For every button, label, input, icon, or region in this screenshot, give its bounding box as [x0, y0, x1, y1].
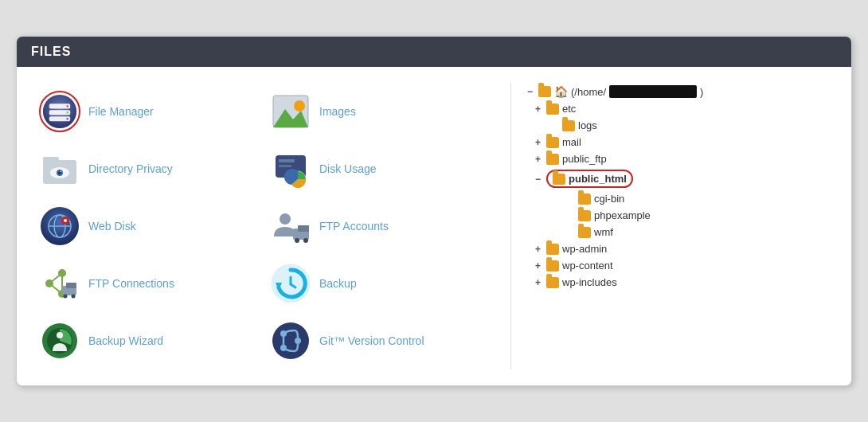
mail-expand[interactable]: +	[535, 137, 543, 148]
menu-item-file-manager[interactable]: File Manager	[33, 83, 264, 140]
wmf-folder-icon	[578, 227, 591, 238]
ftp-connections-icon-wrap	[39, 263, 80, 304]
root-folder-icon	[538, 86, 551, 97]
home-icon: 🏠	[554, 85, 568, 98]
masked-username	[609, 85, 697, 98]
etc-expand[interactable]: +	[535, 104, 543, 115]
backup-icon-wrap	[270, 263, 311, 304]
tree-public-html[interactable]: − public_html	[535, 167, 835, 190]
svg-rect-28	[298, 225, 309, 232]
images-icon-wrap	[270, 91, 311, 132]
cgi-bin-expand	[567, 193, 575, 205]
tree-phpexample[interactable]: phpexample	[567, 207, 835, 224]
tree-logs[interactable]: logs	[551, 117, 835, 134]
web-disk-icon	[40, 206, 80, 246]
logs-expand	[551, 120, 559, 131]
wmf-expand	[567, 227, 575, 238]
svg-line-35	[49, 283, 62, 294]
images-label: Images	[319, 104, 356, 119]
tree-wmf[interactable]: wmf	[567, 224, 835, 240]
root-label: (/home/	[571, 86, 606, 98]
svg-point-39	[64, 295, 68, 299]
menu-item-web-disk[interactable]: Web Disk	[33, 197, 264, 255]
wp-admin-expand[interactable]: +	[535, 244, 543, 255]
backup-icon	[271, 264, 311, 303]
backup-label: Backup	[319, 276, 357, 291]
phpexample-expand	[567, 210, 575, 221]
menu-item-disk-usage[interactable]: Disk Usage	[264, 140, 495, 197]
file-manager-icon	[42, 92, 77, 131]
directory-privacy-icon-wrap	[39, 148, 80, 190]
menu-item-backup[interactable]: Backup	[264, 255, 495, 312]
menu-item-ftp-accounts[interactable]: FTP Accounts	[264, 197, 495, 255]
ftp-accounts-icon	[271, 206, 311, 246]
wp-includes-folder-icon	[546, 277, 559, 288]
logs-folder-icon	[562, 120, 575, 131]
cgi-bin-label: cgi-bin	[594, 193, 624, 205]
web-disk-icon-wrap	[39, 205, 80, 247]
svg-point-15	[61, 171, 62, 173]
tree-public-ftp[interactable]: + public_ftp	[535, 150, 835, 167]
mail-folder-icon	[546, 137, 559, 148]
wp-content-label: wp-content	[562, 260, 613, 272]
svg-point-30	[303, 238, 308, 243]
tree-wp-includes[interactable]: + wp-includes	[535, 274, 835, 291]
wp-content-folder-icon	[546, 260, 559, 272]
ftp-connections-label: FTP Connections	[88, 276, 174, 291]
wp-includes-expand[interactable]: +	[535, 277, 543, 288]
menu-item-git[interactable]: Git™ Version Control	[264, 312, 495, 369]
file-manager-icon-wrap	[39, 91, 80, 132]
etc-label: etc	[562, 103, 576, 115]
disk-usage-label: Disk Usage	[319, 162, 377, 176]
cgi-bin-folder-icon	[578, 193, 591, 205]
svg-point-6	[66, 118, 68, 120]
backup-wizard-label: Backup Wizard	[88, 334, 163, 348]
ftp-accounts-icon-wrap	[270, 205, 311, 247]
git-label: Git™ Version Control	[319, 334, 424, 348]
svg-point-29	[295, 238, 299, 243]
tree-wp-content[interactable]: + wp-content	[535, 257, 835, 274]
menu-item-images[interactable]: Images	[264, 83, 495, 140]
menu-item-directory-privacy[interactable]: Directory Privacy	[33, 140, 264, 197]
root-expand[interactable]: −	[527, 86, 535, 97]
backup-wizard-icon	[40, 321, 80, 361]
public-ftp-folder-icon	[546, 154, 559, 165]
svg-point-51	[295, 338, 301, 344]
svg-line-34	[49, 273, 62, 283]
ftp-connections-icon	[40, 264, 80, 303]
public-html-label: public_html	[569, 173, 627, 185]
git-icon	[271, 321, 311, 361]
files-panel: FILES	[16, 36, 852, 386]
wmf-label: wmf	[594, 226, 613, 238]
public-ftp-expand[interactable]: +	[535, 154, 543, 165]
panel-title: FILES	[31, 45, 71, 58]
public-html-folder-icon	[553, 174, 565, 185]
ftp-accounts-label: FTP Accounts	[319, 219, 389, 233]
directory-privacy-label: Directory Privacy	[88, 162, 173, 176]
public-html-expand[interactable]: −	[535, 174, 543, 185]
tree-mail[interactable]: + mail	[535, 134, 835, 150]
public-html-highlight: public_html	[546, 170, 633, 188]
directory-privacy-icon	[40, 149, 80, 189]
svg-point-5	[66, 111, 68, 114]
tree-wp-admin[interactable]: + wp-admin	[535, 240, 835, 257]
svg-point-48	[272, 322, 309, 359]
menu-item-ftp-connections[interactable]: FTP Connections	[33, 255, 264, 312]
phpexample-label: phpexample	[594, 209, 651, 221]
menu-item-backup-wizard[interactable]: Backup Wizard	[33, 312, 264, 369]
wp-content-expand[interactable]: +	[535, 260, 543, 272]
svg-point-4	[66, 105, 68, 107]
wp-admin-folder-icon	[546, 244, 559, 255]
svg-point-47	[57, 332, 63, 338]
disk-usage-icon-wrap	[270, 148, 311, 190]
etc-folder-icon	[546, 104, 559, 115]
svg-point-25	[64, 219, 67, 222]
tree-cgi-bin[interactable]: cgi-bin	[567, 190, 835, 207]
svg-point-40	[72, 295, 76, 299]
svg-rect-38	[66, 283, 76, 288]
tree-etc[interactable]: + etc	[535, 100, 835, 117]
panel-body: File Manager Images	[17, 67, 851, 385]
tree-root[interactable]: − 🏠 (/home/ )	[527, 83, 835, 100]
panel-header: FILES	[17, 37, 851, 67]
backup-wizard-icon-wrap	[39, 320, 80, 361]
